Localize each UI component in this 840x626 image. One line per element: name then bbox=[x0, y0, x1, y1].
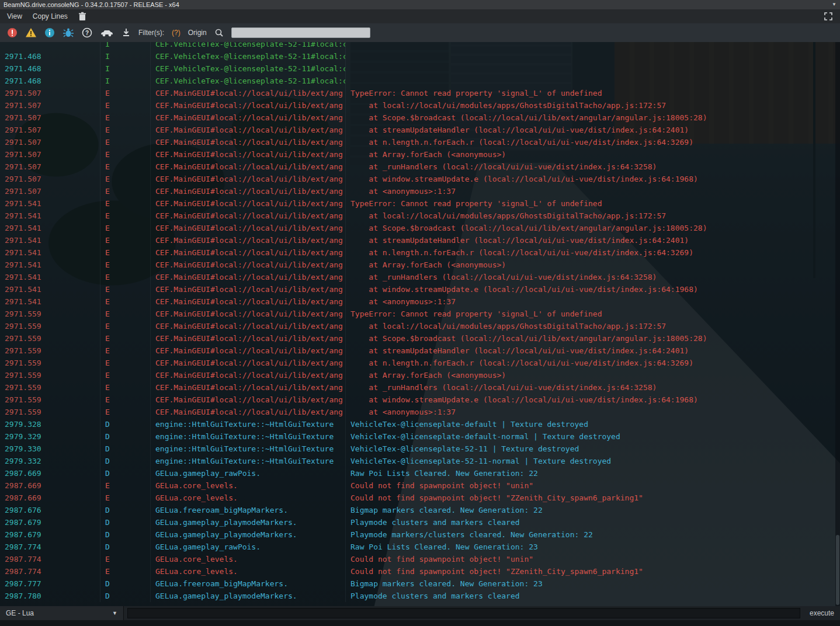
log-row[interactable]: 2971.507ECEF.MainGEUI#local://local/ui/l… bbox=[0, 185, 840, 197]
clear-log-trash-icon[interactable] bbox=[78, 12, 86, 21]
log-row[interactable]: 2971.541ECEF.MainGEUI#local://local/ui/l… bbox=[0, 197, 840, 210]
log-row[interactable]: 2971.468ICEF.VehicleTex-@licenseplate-52… bbox=[0, 50, 840, 62]
log-row[interactable]: 2971.507ECEF.MainGEUI#local://local/ui/l… bbox=[0, 112, 840, 124]
log-row[interactable]: 2979.329Dengine::HtmlGuiTexture::~HtmlGu… bbox=[0, 430, 840, 443]
log-row[interactable]: 2987.676DGELua.freeroam_bigMapMarkers.Bi… bbox=[0, 504, 840, 516]
log-row[interactable]: 2971.507ECEF.MainGEUI#local://local/ui/l… bbox=[0, 148, 840, 161]
log-row[interactable]: 2971.559ECEF.MainGEUI#local://local/ui/l… bbox=[0, 345, 840, 357]
command-input[interactable] bbox=[127, 608, 800, 618]
log-row[interactable]: 2987.774EGELua.core_levels.Could not fin… bbox=[0, 553, 840, 565]
filter-search-input[interactable] bbox=[231, 27, 370, 38]
log-row[interactable]: 2971.541ECEF.MainGEUI#local://local/ui/l… bbox=[0, 283, 840, 295]
log-row[interactable]: 2971.559ECEF.MainGEUI#local://local/ui/l… bbox=[0, 308, 840, 320]
log-level: E bbox=[100, 553, 151, 565]
log-row[interactable]: 2987.774EGELua.core_levels.Could not fin… bbox=[0, 565, 840, 578]
fullscreen-toggle-icon[interactable] bbox=[824, 12, 833, 21]
log-row[interactable]: 2987.679DGELua.gameplay_playmodeMarkers.… bbox=[0, 516, 840, 528]
log-level: E bbox=[100, 357, 151, 369]
log-row[interactable]: ICEF.VehicleTex-@licenseplate-52-11#loca… bbox=[0, 42, 840, 50]
log-row[interactable]: 2971.468ICEF.VehicleTex-@licenseplate-52… bbox=[0, 62, 840, 75]
log-row[interactable]: 2971.559ECEF.MainGEUI#local://local/ui/l… bbox=[0, 320, 840, 332]
log-row[interactable]: 2971.507ECEF.MainGEUI#local://local/ui/l… bbox=[0, 173, 840, 185]
log-level: E bbox=[100, 87, 151, 99]
log-timestamp: 2971.559 bbox=[0, 320, 100, 332]
log-row[interactable]: 2987.669DGELua.gameplay_rawPois.Raw Poi … bbox=[0, 467, 840, 479]
log-row[interactable]: 2971.507ECEF.MainGEUI#local://local/ui/l… bbox=[0, 124, 840, 136]
log-timestamp: 2971.559 bbox=[0, 308, 100, 320]
log-level: E bbox=[100, 234, 151, 246]
log-row[interactable]: 2971.541ECEF.MainGEUI#local://local/ui/l… bbox=[0, 222, 840, 234]
log-row[interactable]: 2971.541ECEF.MainGEUI#local://local/ui/l… bbox=[0, 271, 840, 283]
log-row[interactable]: 2971.559ECEF.MainGEUI#local://local/ui/l… bbox=[0, 394, 840, 406]
execute-button[interactable]: execute bbox=[804, 609, 840, 617]
log-row[interactable]: 2987.780DGELua.gameplay_playmodeMarkers.… bbox=[0, 590, 840, 602]
log-row[interactable]: 2971.507ECEF.MainGEUI#local://local/ui/l… bbox=[0, 136, 840, 148]
log-message: VehicleTex-@licenseplate-52-11 | Texture… bbox=[346, 443, 840, 455]
log-timestamp: 2971.541 bbox=[0, 246, 100, 259]
filter-label: Filter(s): bbox=[138, 29, 164, 37]
log-row[interactable]: 2979.332Dengine::HtmlGuiTexture::~HtmlGu… bbox=[0, 455, 840, 467]
log-message: at <anonymous>:1:37 bbox=[346, 295, 840, 308]
log-scrollbar[interactable] bbox=[835, 42, 840, 606]
log-origin: CEF.MainGEUI#local://local/ui/lib/ext/an… bbox=[151, 406, 346, 418]
log-message bbox=[346, 62, 840, 75]
log-message: VehicleTex-@licenseplate-default | Textu… bbox=[346, 418, 840, 430]
info-filter-icon[interactable] bbox=[44, 27, 55, 38]
log-level: E bbox=[100, 173, 151, 185]
log-row[interactable]: 2979.330Dengine::HtmlGuiTexture::~HtmlGu… bbox=[0, 443, 840, 455]
log-origin: CEF.MainGEUI#local://local/ui/lib/ext/an… bbox=[151, 246, 346, 259]
log-message: at _runHandlers (local://local/ui/ui-vue… bbox=[346, 161, 840, 173]
log-level: I bbox=[100, 50, 151, 62]
log-message: at n.length.n.forEach.r (local://local/u… bbox=[346, 136, 840, 148]
log-row[interactable]: 2987.777DGELua.freeroam_bigMapMarkers.Bi… bbox=[0, 578, 840, 590]
log-row[interactable]: 2971.559ECEF.MainGEUI#local://local/ui/l… bbox=[0, 357, 840, 369]
log-row[interactable]: 2987.679DGELua.gameplay_playmodeMarkers.… bbox=[0, 528, 840, 541]
log-origin: CEF.MainGEUI#local://local/ui/lib/ext/an… bbox=[151, 357, 346, 369]
log-origin: GELua.gameplay_playmodeMarkers. bbox=[151, 516, 346, 528]
log-row[interactable]: 2971.541ECEF.MainGEUI#local://local/ui/l… bbox=[0, 259, 840, 271]
error-filter-icon[interactable] bbox=[7, 27, 18, 38]
log-row[interactable]: 2971.468ICEF.VehicleTex-@licenseplate-52… bbox=[0, 75, 840, 87]
log-row[interactable]: 2971.559ECEF.MainGEUI#local://local/ui/l… bbox=[0, 381, 840, 394]
title-bar[interactable]: BeamNG.drive.consoleNG - 0.34.2.0.17507 … bbox=[0, 0, 840, 9]
log-row[interactable]: 2971.507ECEF.MainGEUI#local://local/ui/l… bbox=[0, 99, 840, 112]
log-level: D bbox=[100, 443, 151, 455]
log-row[interactable]: 2987.774DGELua.gameplay_rawPois.Raw Poi … bbox=[0, 541, 840, 553]
log-row[interactable]: 2971.559ECEF.MainGEUI#local://local/ui/l… bbox=[0, 369, 840, 381]
log-message: Could not find spawnpoint object! "unin" bbox=[346, 479, 840, 492]
log-row[interactable]: 2971.541ECEF.MainGEUI#local://local/ui/l… bbox=[0, 246, 840, 259]
log-timestamp: 2971.541 bbox=[0, 222, 100, 234]
log-level: E bbox=[100, 406, 151, 418]
log-timestamp: 2971.507 bbox=[0, 161, 100, 173]
menu-view[interactable]: View bbox=[7, 12, 22, 20]
log-level: E bbox=[100, 394, 151, 406]
channel-dropdown[interactable]: GE - Lua ▼ bbox=[0, 606, 124, 620]
log-level: I bbox=[100, 75, 151, 87]
scrollbar-thumb[interactable] bbox=[836, 535, 839, 605]
log-row[interactable]: 2971.559ECEF.MainGEUI#local://local/ui/l… bbox=[0, 406, 840, 418]
help-icon[interactable]: ? bbox=[82, 27, 92, 38]
log-origin: CEF.MainGEUI#local://local/ui/lib/ext/an… bbox=[151, 283, 346, 295]
log-row[interactable]: 2979.328Dengine::HtmlGuiTexture::~HtmlGu… bbox=[0, 418, 840, 430]
log-row[interactable]: 2987.669EGELua.core_levels.Could not fin… bbox=[0, 479, 840, 492]
log-row[interactable]: 2971.507ECEF.MainGEUI#local://local/ui/l… bbox=[0, 87, 840, 99]
window-menu-caret-icon[interactable]: ▼ bbox=[832, 0, 836, 9]
menu-copy-lines[interactable]: Copy Lines bbox=[33, 12, 68, 20]
log-row[interactable]: 2971.541ECEF.MainGEUI#local://local/ui/l… bbox=[0, 210, 840, 222]
log-message: at n.length.n.forEach.r (local://local/u… bbox=[346, 357, 840, 369]
export-log-icon[interactable] bbox=[122, 27, 131, 38]
log-row[interactable]: 2987.669EGELua.core_levels.Could not fin… bbox=[0, 492, 840, 504]
filter-regex-help[interactable]: (?) bbox=[172, 29, 181, 37]
log-origin: CEF.MainGEUI#local://local/ui/lib/ext/an… bbox=[151, 222, 346, 234]
log-message: at window.streamUpdate.e (local://local/… bbox=[346, 173, 840, 185]
warning-filter-icon[interactable] bbox=[25, 27, 37, 38]
chevron-down-icon: ▼ bbox=[112, 610, 117, 616]
vehicle-filter-icon[interactable] bbox=[100, 28, 114, 37]
log-message: Could not find spawnpoint object! "ZZeni… bbox=[346, 492, 840, 504]
log-row[interactable]: 2971.559ECEF.MainGEUI#local://local/ui/l… bbox=[0, 332, 840, 345]
log-row[interactable]: 2971.541ECEF.MainGEUI#local://local/ui/l… bbox=[0, 234, 840, 246]
log-row[interactable]: 2971.541ECEF.MainGEUI#local://local/ui/l… bbox=[0, 295, 840, 308]
log-row[interactable]: 2971.507ECEF.MainGEUI#local://local/ui/l… bbox=[0, 161, 840, 173]
debug-bug-filter-icon[interactable] bbox=[63, 27, 74, 38]
log-timestamp: 2971.559 bbox=[0, 332, 100, 345]
